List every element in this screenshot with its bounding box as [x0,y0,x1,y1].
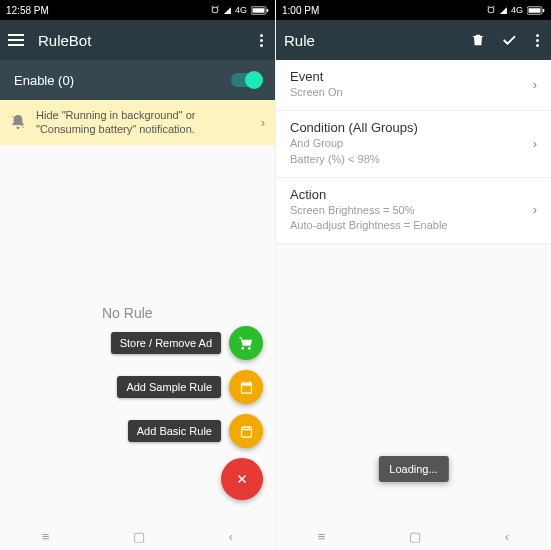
action-section[interactable]: Action Screen Brightness = 50% Auto-adju… [276,178,551,245]
calendar-icon [239,380,254,395]
app-title: RuleBot [38,32,242,49]
status-bar: 1:00 PM ◢ 4G [276,0,551,20]
chevron-right-icon: › [533,202,537,217]
no-rule-label: No Rule [102,305,275,321]
condition-sub1: And Group [290,136,525,151]
enable-switch[interactable] [231,73,261,87]
nav-back-icon[interactable]: ‹ [229,529,233,544]
fab-close-button[interactable] [221,458,263,500]
condition-title: Condition (All Groups) [290,120,525,135]
confirm-button[interactable] [500,31,518,49]
svg-rect-5 [529,8,541,13]
status-icons: ◢ 4G [210,5,269,15]
network-label: 4G [235,5,247,15]
nav-recent-icon[interactable]: ≡ [42,529,50,544]
alarm-icon [486,5,496,15]
fab-sample-button[interactable] [229,370,263,404]
nav-back-icon[interactable]: ‹ [505,529,509,544]
check-icon [500,31,518,49]
app-bar: Rule [276,20,551,60]
bell-off-icon [10,114,26,130]
overflow-menu-icon[interactable] [256,30,267,51]
nav-recent-icon[interactable]: ≡ [318,529,326,544]
svg-rect-2 [267,9,269,12]
notice-banner[interactable]: Hide "Running in background" or "Consumi… [0,100,275,145]
event-sub: Screen On [290,85,525,100]
action-sub1: Screen Brightness = 50% [290,203,525,218]
signal-icon: ◢ [224,5,231,15]
app-title: Rule [284,32,456,49]
enable-label: Enable (0) [14,73,231,88]
fab-store-button[interactable] [229,326,263,360]
notice-text: Hide "Running in background" or "Consumi… [36,108,251,137]
fab-label-basic: Add Basic Rule [128,420,221,442]
svg-rect-3 [241,427,251,437]
chevron-right-icon: › [533,77,537,92]
clock: 1:00 PM [282,5,319,16]
svg-rect-6 [543,9,545,12]
network-label: 4G [511,5,523,15]
action-sub2: Auto-adjust Brightness = Enable [290,218,525,233]
nav-home-icon[interactable]: ▢ [133,529,145,544]
delete-button[interactable] [470,32,486,48]
enable-row[interactable]: Enable (0) [0,60,275,100]
event-section[interactable]: Event Screen On › [276,60,551,111]
overflow-menu-icon[interactable] [532,30,543,51]
battery-icon [527,6,545,15]
condition-section[interactable]: Condition (All Groups) And Group Battery… [276,111,551,178]
status-bar: 12:58 PM ◢ 4G [0,0,275,20]
signal-icon: ◢ [500,5,507,15]
menu-icon[interactable] [8,34,24,46]
fab-basic-button[interactable] [229,414,263,448]
battery-icon [251,6,269,15]
chevron-right-icon: › [533,136,537,151]
condition-sub2: Battery (%) < 98% [290,152,525,167]
action-title: Action [290,187,525,202]
alarm-icon [210,5,220,15]
fab-stack: Store / Remove Ad Add Sample Rule Add Ba… [111,326,263,500]
svg-rect-1 [253,8,265,13]
cart-icon [238,335,254,351]
clock: 12:58 PM [6,5,49,16]
loading-toast: Loading... [378,456,448,482]
close-icon [235,472,249,486]
status-icons: ◢ 4G [486,5,545,15]
calendar-outline-icon [239,424,254,439]
nav-bar: ≡ ▢ ‹ [0,522,275,550]
app-bar: RuleBot [0,20,275,60]
chevron-right-icon: › [261,115,265,130]
fab-label-store: Store / Remove Ad [111,332,221,354]
nav-bar: ≡ ▢ ‹ [276,522,551,550]
event-title: Event [290,69,525,84]
trash-icon [470,32,486,48]
fab-label-sample: Add Sample Rule [117,376,221,398]
nav-home-icon[interactable]: ▢ [409,529,421,544]
